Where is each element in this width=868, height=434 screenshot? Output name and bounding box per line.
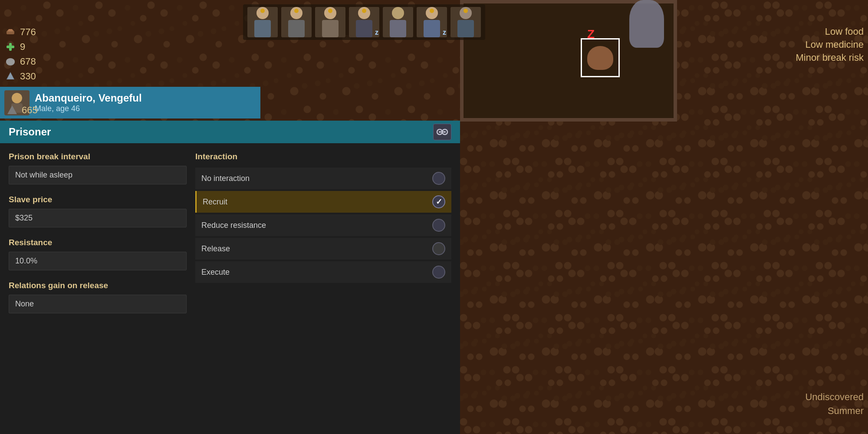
- left-column: Prison break interval Not while asleep S…: [9, 152, 195, 425]
- interaction-reduce-resistance[interactable]: Reduce resistance: [195, 214, 451, 236]
- svg-marker-11: [7, 105, 17, 114]
- colonist-6-sleep-z: z: [443, 29, 446, 36]
- release-radio[interactable]: [432, 242, 445, 255]
- minor-break-alert: Minor break risk: [796, 52, 864, 63]
- colonist-1-body: [254, 20, 271, 37]
- reduce-resistance-text: Reduce resistance: [201, 221, 266, 230]
- colonist-6-dot: [430, 9, 434, 13]
- colonist-2-dot: [294, 9, 299, 13]
- svg-marker-8: [7, 73, 13, 79]
- colonist-5-head: [392, 7, 404, 19]
- resistance-value: 10.0%: [9, 252, 187, 270]
- recruit-radio[interactable]: [432, 195, 445, 208]
- colonist-4-body: [356, 20, 372, 37]
- svg-point-9: [12, 93, 22, 103]
- colonist-5-body: [390, 20, 406, 37]
- colonist-3-body: [322, 20, 339, 37]
- prison-break-label: Prison break interval: [9, 152, 187, 161]
- no-interaction-text: No interaction: [201, 174, 250, 183]
- metal-resource: 330: [4, 70, 36, 82]
- colonist-2[interactable]: [281, 7, 312, 37]
- character-header: Abanqueiro, Vengeful Male, age 46: [0, 87, 260, 118]
- colonist-2-body: [288, 20, 305, 37]
- map-colonist-figure: [629, 0, 664, 48]
- svg-point-6: [6, 58, 15, 65]
- colonist-3-dot: [328, 9, 332, 13]
- slave-price-label: Slave price: [9, 195, 187, 204]
- selected-entity: [587, 46, 613, 70]
- wood-value: 776: [20, 26, 36, 38]
- medicine-icon: [4, 41, 16, 53]
- extra-value: 665: [22, 105, 38, 116]
- colonist-6[interactable]: z: [417, 7, 447, 37]
- right-column: Interaction No interaction Recruit Reduc…: [195, 152, 451, 425]
- recruit-text: Recruit: [203, 197, 227, 207]
- interaction-label: Interaction: [195, 152, 451, 161]
- panel-header: Prisoner: [0, 121, 460, 143]
- stone-value: 678: [20, 56, 36, 67]
- interaction-list: No interaction Recruit Reduce resistance…: [195, 168, 451, 283]
- reduce-resistance-radio[interactable]: [432, 219, 445, 232]
- svg-rect-2: [8, 29, 13, 31]
- undiscovered-text: Undiscovered: [805, 391, 864, 403]
- relations-value: None: [9, 295, 187, 313]
- sleep-indicator: Z: [587, 27, 595, 41]
- stone-icon: [4, 56, 16, 68]
- colonist-1[interactable]: [247, 7, 278, 37]
- low-medicine-alert: Low medicine: [796, 39, 864, 50]
- colonist-bar: z z: [243, 4, 485, 40]
- interaction-no-interaction[interactable]: No interaction: [195, 168, 451, 189]
- colonist-4[interactable]: z: [349, 7, 379, 37]
- season-text: Summer: [805, 405, 864, 417]
- interaction-recruit[interactable]: Recruit: [195, 191, 451, 213]
- colonist-3[interactable]: [315, 7, 345, 37]
- wood-resource: 776: [4, 26, 36, 38]
- low-food-alert: Low food: [796, 26, 864, 37]
- extra-icon: [6, 104, 18, 116]
- alerts-panel: Low food Low medicine Minor break risk: [796, 26, 864, 63]
- slave-price-value: $325: [9, 209, 187, 227]
- number-display: 665: [6, 104, 38, 116]
- release-text: Release: [201, 244, 230, 253]
- colonist-1-dot: [260, 9, 265, 13]
- execute-text: Execute: [201, 268, 230, 277]
- medicine-resource: 9: [4, 41, 36, 53]
- main-panel: Prisoner Prison break interval Not while…: [0, 121, 460, 434]
- selection-box: [581, 38, 620, 77]
- wood-icon: [4, 26, 16, 38]
- prison-break-value: Not while asleep: [9, 166, 187, 184]
- resistance-label: Resistance: [9, 238, 187, 247]
- colonist-6-body: [424, 20, 440, 37]
- colonist-7[interactable]: [450, 7, 481, 37]
- game-map: Z: [460, 0, 868, 434]
- svg-point-16: [444, 131, 446, 133]
- colonist-4-dot: [362, 9, 366, 13]
- metal-value: 330: [20, 71, 36, 82]
- handcuffs-button[interactable]: [433, 124, 451, 140]
- relations-label: Relations gain on release: [9, 281, 187, 290]
- panel-content: Prison break interval Not while asleep S…: [0, 143, 460, 434]
- colonist-7-dot: [464, 9, 468, 13]
- character-name: Abanqueiro, Vengeful: [35, 92, 253, 104]
- svg-rect-4: [7, 46, 14, 48]
- stone-resource: 678: [4, 56, 36, 68]
- colonist-4-sleep-z: z: [375, 29, 378, 36]
- character-subtitle: Male, age 46: [35, 104, 253, 113]
- colonist-7-body: [457, 20, 474, 37]
- interaction-release[interactable]: Release: [195, 238, 451, 260]
- execute-radio[interactable]: [432, 266, 445, 279]
- colonist-5[interactable]: [383, 7, 413, 37]
- medicine-value: 9: [20, 41, 25, 53]
- svg-point-15: [439, 131, 441, 133]
- interaction-execute[interactable]: Execute: [195, 261, 451, 283]
- bottom-right-panel: Undiscovered Summer: [805, 391, 864, 417]
- metal-icon: [4, 70, 16, 82]
- panel-title: Prisoner: [9, 126, 51, 138]
- no-interaction-radio[interactable]: [432, 172, 445, 185]
